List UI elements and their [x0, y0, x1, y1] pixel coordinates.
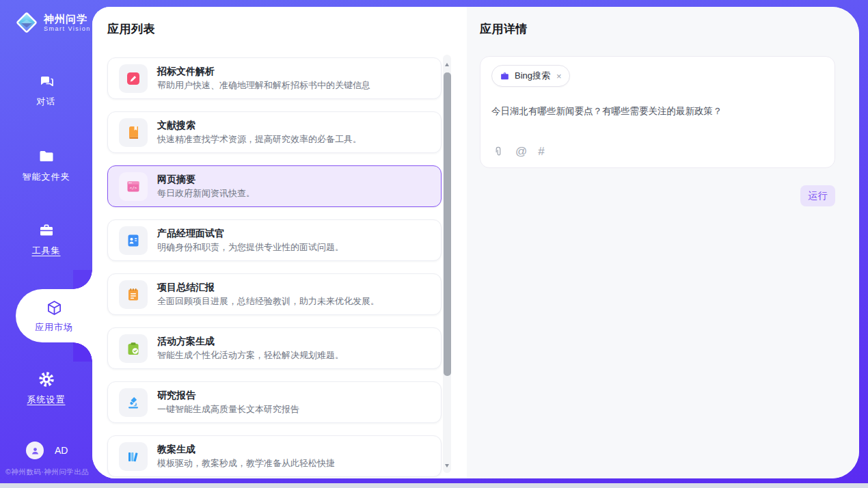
app-card[interactable]: 研究报告一键智能生成高质量长文本研究报告 [107, 381, 442, 423]
sidebar-item-label: 应用市场 [35, 321, 73, 334]
bid-parse-icon [119, 64, 148, 93]
app-card[interactable]: 文献搜索快速精准查找学术资源，提高研究效率的必备工具。 [107, 111, 442, 153]
literature-search-icon [119, 118, 148, 147]
brand-logo: 神州问学 Smart Vision [14, 10, 91, 36]
app-card-title: 网页摘要 [157, 173, 255, 186]
app-card[interactable]: 产品经理面试官明确身份和职责，为您提供专业性的面试问题。 [107, 219, 442, 261]
app-list-panel: 应用列表 招标文件解析帮助用户快速、准确地理解和解析招标书中的关键信息文献搜索快… [92, 7, 467, 478]
app-card-title: 招标文件解析 [157, 65, 370, 78]
svg-text:</>: </> [130, 185, 137, 189]
app-card-desc: 一键智能生成高质量长文本研究报告 [157, 403, 299, 416]
mention-icon[interactable]: @ [515, 145, 527, 159]
app-card-desc: 帮助用户快速、准确地理解和解析招标书中的关键信息 [157, 79, 370, 92]
app-list-title: 应用列表 [107, 21, 467, 38]
scroll-up-arrow[interactable] [445, 63, 449, 66]
app-detail-panel: 应用详情 Bing搜索 × 今日湖北有哪些新闻要点？有哪些需要关注的最新政策？ … [467, 7, 859, 478]
app-card-desc: 每日政府新闻资讯快查。 [157, 187, 255, 200]
sidebar-item-label: 智能文件夹 [23, 171, 70, 183]
sidebar-item-app-market[interactable]: 应用市场 [16, 289, 92, 342]
brand-slogan: Smart Vision [44, 25, 91, 32]
app-card-desc: 明确身份和职责，为您提供专业性的面试问题。 [157, 241, 344, 254]
app-card[interactable]: </>网页摘要每日政府新闻资讯快查。 [107, 165, 442, 207]
interviewer-icon [119, 226, 148, 255]
brand-logo-icon [14, 10, 40, 36]
app-card-desc: 模板驱动，教案秒成，教学准备从此轻松快捷 [157, 457, 335, 470]
scroll-down-arrow[interactable] [445, 464, 449, 467]
briefcase-icon [500, 71, 510, 81]
app-card-title: 研究报告 [157, 389, 299, 402]
sidebar-item-system-settings[interactable]: 系统设置 [0, 370, 92, 406]
app-list: 招标文件解析帮助用户快速、准确地理解和解析招标书中的关键信息文献搜索快速精准查找… [107, 57, 442, 477]
sidebar-item-smart-folders[interactable]: 智能文件夹 [0, 148, 92, 183]
project-summary-icon [119, 280, 148, 309]
prompt-text[interactable]: 今日湖北有哪些新闻要点？有哪些需要关注的最新政策？ [491, 105, 824, 118]
cube-icon [45, 299, 64, 317]
lesson-plan-icon [119, 442, 148, 471]
app-detail-title: 应用详情 [480, 21, 859, 38]
app-card-desc: 快速精准查找学术资源，提高研究效率的必备工具。 [157, 133, 362, 146]
prompt-card: Bing搜索 × 今日湖北有哪些新闻要点？有哪些需要关注的最新政策？ @ # [480, 56, 835, 168]
user-initials: AD [55, 445, 68, 456]
app-card[interactable]: 招标文件解析帮助用户快速、准确地理解和解析招标书中的关键信息 [107, 57, 442, 99]
scrollbar[interactable] [443, 55, 451, 473]
sidebar-item-chat[interactable]: 对话 [0, 72, 92, 108]
app-window: 应用列表 招标文件解析帮助用户快速、准确地理解和解析招标书中的关键信息文献搜索快… [92, 7, 859, 478]
tool-chip-label: Bing搜索 [515, 70, 550, 82]
run-button[interactable]: 运行 [800, 185, 835, 206]
toolbox-icon [38, 221, 55, 239]
sidebar: 神州问学 Smart Vision 对话智能文件夹工具集应用市场系统设置 AD … [0, 0, 92, 483]
brand-name: 神州问学 [44, 13, 91, 25]
app-card-title: 活动方案生成 [157, 335, 344, 348]
app-card-title: 产品经理面试官 [157, 227, 344, 240]
user-account[interactable]: AD [26, 442, 68, 459]
topic-icon[interactable]: # [538, 145, 544, 159]
app-card-desc: 智能生成个性化活动方案，轻松解决规划难题。 [157, 349, 344, 362]
copyright-footer: ©神州数码·神州问学出品 [5, 467, 89, 477]
tool-chip-bing-search[interactable]: Bing搜索 × [491, 65, 570, 87]
scrollbar-thumb[interactable] [444, 72, 451, 376]
app-card[interactable]: 教案生成模板驱动，教案秒成，教学准备从此轻松快捷 [107, 435, 442, 477]
app-card-desc: 全面回顾项目进展，总结经验教训，助力未来优化发展。 [157, 295, 379, 308]
sidebar-item-label: 系统设置 [27, 394, 66, 406]
sidebar-item-toolset[interactable]: 工具集 [0, 221, 92, 257]
app-card[interactable]: 项目总结汇报全面回顾项目进展，总结经验教训，助力未来优化发展。 [107, 273, 442, 315]
app-card-title: 文献搜索 [157, 119, 362, 132]
app-card[interactable]: 活动方案生成智能生成个性化活动方案，轻松解决规划难题。 [107, 327, 442, 369]
app-card-title: 教案生成 [157, 443, 335, 456]
web-summary-icon: </> [119, 172, 148, 201]
avatar [26, 442, 44, 459]
bottom-strip [0, 483, 868, 488]
gear-icon [38, 370, 55, 388]
research-report-icon [119, 388, 148, 417]
sidebar-item-label: 工具集 [32, 245, 61, 257]
chat-icon [38, 72, 55, 90]
composer-toolbar: @ # [492, 145, 545, 159]
folder-icon [38, 148, 55, 165]
attachment-icon[interactable] [492, 146, 504, 158]
app-card-title: 项目总结汇报 [157, 281, 379, 294]
chip-close-icon[interactable]: × [556, 71, 562, 81]
activity-plan-icon [119, 334, 148, 363]
sidebar-item-label: 对话 [37, 96, 56, 108]
